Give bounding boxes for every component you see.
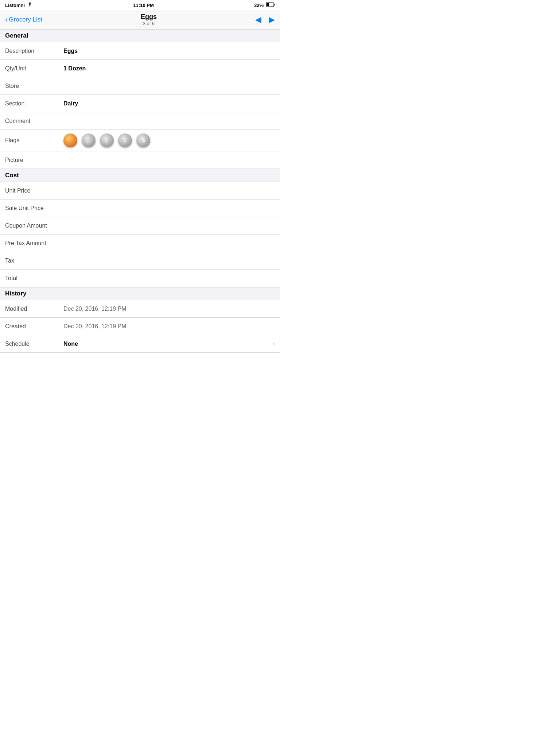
description-row: Description Eggs — [0, 42, 280, 60]
nav-arrows: ◀ ▶ — [255, 15, 275, 24]
total-row: Total — [0, 270, 280, 287]
back-chevron-icon: ‹ — [5, 15, 8, 24]
orange-flag-button[interactable] — [63, 133, 77, 147]
store-row: Store — [0, 77, 280, 95]
section-row: Section Dairy — [0, 95, 280, 112]
sale-unit-price-row: Sale Unit Price — [0, 200, 280, 217]
pre-tax-amount-label: Pre Tax Amount — [5, 240, 63, 247]
tax-row: Tax — [0, 252, 280, 270]
previous-arrow-button[interactable]: ◀ — [255, 15, 261, 24]
sale-unit-price-label: Sale Unit Price — [5, 205, 63, 212]
pre-tax-amount-row: Pre Tax Amount — [0, 235, 280, 252]
flags-label: Flags — [5, 137, 63, 144]
battery-icon — [266, 2, 275, 8]
section-header-general: General — [0, 29, 280, 42]
section-label: Section — [5, 100, 63, 107]
app-name-label: Listomni — [5, 3, 25, 8]
battery-label: 32% — [254, 3, 264, 8]
section-header-history: History — [0, 287, 280, 300]
next-arrow-button[interactable]: ▶ — [269, 15, 275, 24]
status-right: 32% — [254, 2, 275, 8]
coupon-amount-row: Coupon Amount — [0, 217, 280, 235]
qty-unit-row: Qty/Unit 1 Dozen — [0, 60, 280, 77]
description-value: Eggs — [63, 48, 275, 54]
back-label: Grocery List — [9, 16, 42, 23]
store-label: Store — [5, 83, 63, 89]
svg-rect-3 — [266, 3, 269, 6]
coupon-amount-label: Coupon Amount — [5, 222, 63, 229]
comment-row: Comment — [0, 112, 280, 130]
unit-price-label: Unit Price — [5, 187, 63, 194]
modified-row: Modified Dec 20, 2016, 12:19 PM — [0, 300, 280, 318]
bottom-spacer — [0, 353, 280, 382]
modified-value: Dec 20, 2016, 12:19 PM — [63, 306, 275, 312]
wifi-icon — [27, 3, 33, 8]
tax-label: Tax — [5, 258, 63, 264]
nav-title: Eggs — [141, 13, 157, 21]
description-label: Description — [5, 48, 63, 54]
qty-unit-value: 1 Dozen — [63, 65, 275, 72]
created-label: Created — [5, 323, 63, 330]
picture-label: Picture — [5, 157, 63, 163]
svg-point-0 — [30, 6, 30, 7]
flags-row: Flags ☆ ! ¢ $ — [0, 130, 280, 151]
star-flag-button[interactable]: ☆ — [82, 133, 96, 147]
section-value: Dairy — [63, 100, 275, 107]
nav-bar: ‹ Grocery List Eggs 3 of 6 ◀ ▶ — [0, 10, 280, 29]
status-left: Listomni — [5, 3, 33, 8]
created-value: Dec 20, 2016, 12:19 PM — [63, 323, 275, 330]
svg-rect-2 — [274, 4, 275, 5]
cent-flag-button[interactable]: ¢ — [118, 133, 132, 147]
schedule-row[interactable]: Schedule None › — [0, 335, 280, 353]
picture-row: Picture — [0, 151, 280, 169]
dollar-flag-button[interactable]: $ — [136, 133, 150, 147]
created-row: Created Dec 20, 2016, 12:19 PM — [0, 318, 280, 335]
nav-title-block: Eggs 3 of 6 — [141, 13, 157, 26]
flags-icons: ☆ ! ¢ $ — [63, 133, 150, 147]
schedule-label: Schedule — [5, 341, 63, 347]
status-time: 11:10 PM — [133, 3, 153, 8]
back-button[interactable]: ‹ Grocery List — [5, 15, 42, 24]
unit-price-row: Unit Price — [0, 182, 280, 200]
total-label: Total — [5, 275, 63, 282]
qty-unit-label: Qty/Unit — [5, 65, 63, 72]
status-bar: Listomni 11:10 PM 32% — [0, 0, 280, 10]
nav-subtitle: 3 of 6 — [141, 21, 157, 26]
schedule-chevron-icon: › — [273, 340, 275, 348]
modified-label: Modified — [5, 306, 63, 312]
schedule-value: None — [63, 341, 273, 347]
comment-label: Comment — [5, 118, 63, 124]
section-header-cost: Cost — [0, 169, 280, 182]
exclamation-flag-button[interactable]: ! — [100, 133, 114, 147]
